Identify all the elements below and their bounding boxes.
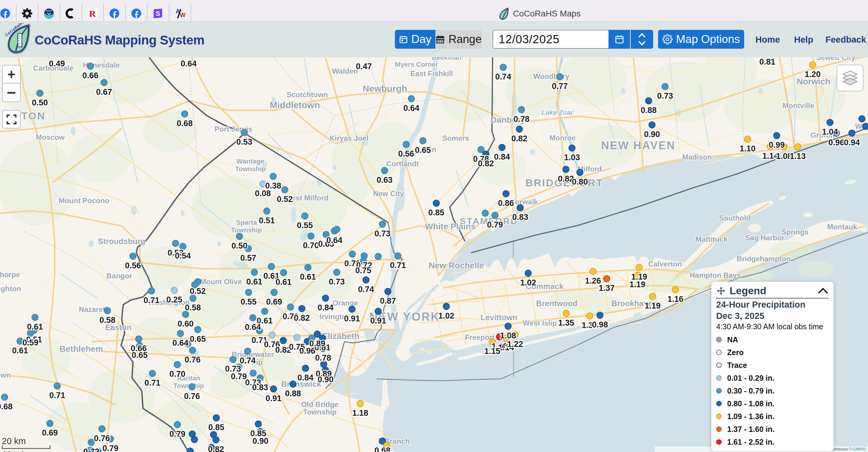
svg-text:0.71: 0.71 <box>145 378 161 388</box>
svg-text:0.47: 0.47 <box>356 62 372 71</box>
svg-text:0.90: 0.90 <box>252 436 269 446</box>
svg-text:Newburgh: Newburgh <box>363 83 407 93</box>
svg-text:Woodbury: Woodbury <box>533 72 569 80</box>
svg-text:0.68: 0.68 <box>0 402 12 411</box>
svg-text:0.90: 0.90 <box>644 130 660 139</box>
svg-text:0.91: 0.91 <box>344 314 360 323</box>
svg-text:0.84: 0.84 <box>494 152 510 162</box>
svg-text:0.61: 0.61 <box>246 277 262 286</box>
svg-text:0.99: 0.99 <box>769 140 785 149</box>
svg-text:1.22: 1.22 <box>507 340 523 349</box>
svg-text:1.35: 1.35 <box>558 318 575 328</box>
svg-text:0.73: 0.73 <box>657 91 673 101</box>
svg-text:0.76: 0.76 <box>94 434 110 443</box>
svg-text:1.15: 1.15 <box>484 347 500 356</box>
svg-text:Township: Township <box>231 226 262 234</box>
svg-text:0.71: 0.71 <box>49 391 65 400</box>
svg-text:0.85: 0.85 <box>208 423 224 432</box>
svg-text:1.02: 1.02 <box>520 278 536 287</box>
svg-text:Myers Corner: Myers Corner <box>395 61 438 68</box>
svg-text:1.09: 1.09 <box>379 450 395 452</box>
svg-text:Wantage: Wantage <box>237 158 265 165</box>
svg-text:NEW HAVEN: NEW HAVEN <box>601 139 675 152</box>
svg-text:Calverton: Calverton <box>648 260 682 268</box>
svg-text:0.75: 0.75 <box>355 266 371 275</box>
svg-text:Beekman: Beekman <box>432 57 462 61</box>
svg-text:0.88: 0.88 <box>641 106 657 115</box>
svg-text:0.50: 0.50 <box>32 98 48 107</box>
svg-text:0.52: 0.52 <box>277 195 293 204</box>
svg-text:Norwalk: Norwalk <box>509 198 538 206</box>
svg-text:0.72: 0.72 <box>83 447 99 452</box>
svg-text:New Rochelle: New Rochelle <box>429 261 484 270</box>
svg-text:0.63: 0.63 <box>377 175 393 185</box>
svg-text:Middletown: Middletown <box>270 100 320 110</box>
svg-text:0.73: 0.73 <box>374 229 391 238</box>
svg-text:0.76: 0.76 <box>184 392 200 401</box>
svg-text:0.55: 0.55 <box>241 297 257 306</box>
svg-text:Walden: Walden <box>332 67 358 75</box>
svg-text:0.79: 0.79 <box>169 429 186 439</box>
svg-text:0.90: 0.90 <box>318 375 334 384</box>
svg-text:0.98: 0.98 <box>592 320 608 329</box>
svg-text:0.87: 0.87 <box>380 296 396 306</box>
svg-text:Kiryas Joel: Kiryas Joel <box>330 134 368 142</box>
svg-text:0.76: 0.76 <box>185 355 201 364</box>
svg-text:1.20: 1.20 <box>805 70 821 79</box>
svg-text:0.25: 0.25 <box>166 295 183 304</box>
svg-text:Brentwood: Brentwood <box>536 299 578 308</box>
svg-text:S: S <box>156 10 160 17</box>
svg-text:1.13: 1.13 <box>790 152 806 161</box>
svg-text:Montauk: Montauk <box>827 223 857 231</box>
svg-text:W: W <box>855 122 862 130</box>
svg-text:Bangor: Bangor <box>106 272 132 280</box>
svg-text:0.55: 0.55 <box>297 221 313 230</box>
svg-text:0.64: 0.64 <box>403 104 420 113</box>
svg-text:0.79: 0.79 <box>487 220 503 229</box>
svg-text:Jewett City: Jewett City <box>817 57 856 61</box>
svg-text:Hampton Bays: Hampton Bays <box>690 271 741 279</box>
svg-text:0.80: 0.80 <box>572 177 588 187</box>
svg-text:0.64: 0.64 <box>181 59 197 68</box>
svg-text:0.96: 0.96 <box>829 138 844 147</box>
svg-text:East Fishkill: East Fishkill <box>410 69 453 78</box>
svg-text:White Plains: White Plains <box>425 222 475 231</box>
svg-text:Lake Zoar: Lake Zoar <box>541 109 574 116</box>
svg-text:0.86: 0.86 <box>498 199 514 208</box>
svg-text:R: R <box>89 8 96 19</box>
svg-text:Mount Olive: Mount Olive <box>200 278 242 286</box>
svg-text:0.74: 0.74 <box>240 356 256 365</box>
svg-text:0.61: 0.61 <box>12 346 28 355</box>
svg-text:0.77: 0.77 <box>552 82 568 91</box>
svg-text:0.69: 0.69 <box>42 428 58 437</box>
svg-text:Orange: Orange <box>333 299 358 307</box>
svg-text:Southold: Southold <box>719 214 750 222</box>
svg-text:0.82: 0.82 <box>478 159 494 168</box>
svg-text:0.94: 0.94 <box>844 138 860 147</box>
svg-text:1.08: 1.08 <box>500 331 516 340</box>
svg-text:0.64: 0.64 <box>245 322 261 332</box>
svg-text:0.65: 0.65 <box>415 146 431 155</box>
svg-text:Scotchtown: Scotchtown <box>287 90 328 99</box>
svg-text:1.03: 1.03 <box>564 153 580 162</box>
svg-text:0.65: 0.65 <box>190 334 206 344</box>
svg-text:0.69: 0.69 <box>266 297 282 306</box>
svg-text:Elizabeth: Elizabeth <box>322 331 360 341</box>
svg-text:0.82: 0.82 <box>294 313 310 322</box>
svg-text:0.49: 0.49 <box>49 59 65 68</box>
svg-text:1.19: 1.19 <box>631 272 647 281</box>
svg-text:Thorpe: Thorpe <box>0 271 20 279</box>
svg-text:Bridgehampton: Bridgehampton <box>737 255 790 263</box>
svg-text:0.89: 0.89 <box>309 339 326 348</box>
svg-text:Irvingto: Irvingto <box>319 312 346 321</box>
svg-text:New City: New City <box>373 190 404 198</box>
svg-text:0.50: 0.50 <box>231 241 248 250</box>
svg-text:Sag Harbor: Sag Harbor <box>745 234 784 242</box>
svg-text:0.91: 0.91 <box>266 394 282 403</box>
svg-text:Township: Township <box>235 165 266 173</box>
svg-text:Springs: Springs <box>781 228 808 236</box>
svg-text:0.08: 0.08 <box>255 189 271 198</box>
svg-text:0.88: 0.88 <box>285 389 301 398</box>
svg-text:0.73: 0.73 <box>329 277 345 286</box>
svg-text:0.82: 0.82 <box>558 174 574 183</box>
